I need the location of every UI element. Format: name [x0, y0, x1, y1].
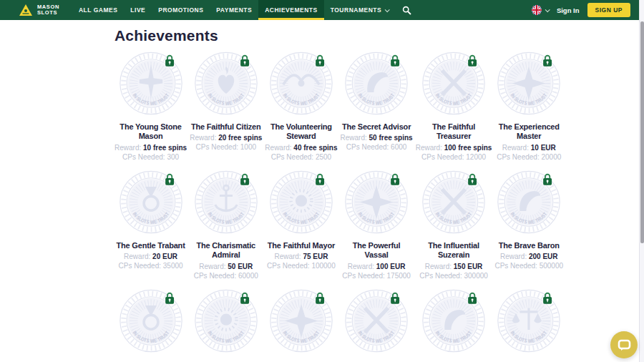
achievement-card: IN SLOTS WE TRUST The Powerful Vassal Re…: [339, 169, 414, 288]
sign-in-link[interactable]: Sign In: [557, 6, 580, 14]
achievement-reward: Reward: 10 free spins: [114, 144, 187, 152]
achievement-badge: IN SLOTS WE TRUST: [269, 50, 333, 117]
lock-icon: [240, 173, 250, 185]
achievement-reward: Reward: 50 free spins: [341, 134, 413, 142]
achievement-card: IN SLOTS WE TRUST The Influential Suzera…: [414, 169, 494, 288]
achievement-title: The Charismatic Admiral: [190, 241, 262, 260]
lock-icon: [542, 54, 552, 67]
achievement-card: IN SLOTS WE TRUST The Faithful Citizen R…: [188, 50, 263, 169]
achievement-title: The Faithful Mayor: [265, 241, 337, 250]
achievement-reward: Reward: 40 free spins: [265, 144, 337, 152]
achievement-badge: IN SLOTS WE TRUST: [497, 288, 561, 354]
achievement-badge: IN SLOTS WE TRUST: [269, 169, 333, 235]
achievement-badge: IN SLOTS WE TRUST: [497, 50, 561, 117]
achievement-badge: IN SLOTS WE TRUST: [421, 50, 486, 117]
chat-bubble-icon: [618, 339, 631, 351]
nav-achievements[interactable]: ACHIEVEMENTS: [258, 0, 324, 20]
achievement-card: IN SLOTS WE TRUST The Charismatic Admira…: [188, 169, 263, 288]
achievement-card: IN SLOTS WE TRUST The Gentle Trabant Rew…: [113, 169, 188, 288]
achievement-reward: Reward: 100 free spins: [416, 144, 492, 152]
achievement-card: IN SLOTS WE TRUST The Brave Baron Reward…: [493, 169, 565, 288]
lock-icon: [542, 292, 552, 304]
achievement-badge: IN SLOTS WE TRUST: [119, 288, 183, 354]
achievement-reward: Reward: 200 EUR: [494, 253, 563, 260]
achievement-card: IN SLOTS WE TRUST The Experienced Master…: [493, 50, 565, 169]
achievement-badge: IN SLOTS WE TRUST: [194, 50, 258, 117]
scrollbar-thumb[interactable]: [640, 21, 644, 243]
achievement-title: The Young Stone Mason: [114, 122, 187, 142]
chevron-down-icon: [545, 7, 550, 12]
lock-icon: [315, 54, 325, 67]
nav-tournaments[interactable]: TOURNAMENTS: [324, 0, 395, 20]
lock-icon: [542, 173, 552, 185]
achievement-title: The Experienced Master: [494, 122, 563, 142]
search-button[interactable]: [395, 0, 419, 20]
lock-icon: [467, 292, 477, 304]
achievement-badge: IN SLOTS WE TRUST: [119, 169, 183, 235]
achievement-card: IN SLOTS WE TRUST The Faithful Mayor Rew…: [263, 169, 338, 288]
live-chat-button[interactable]: [610, 331, 638, 358]
achievement-card: IN SLOTS WE TRUST The Young Stone Mason …: [113, 50, 188, 169]
achievement-card: IN SLOTS WE TRUST: [113, 288, 188, 362]
nav-live[interactable]: LIVE: [124, 0, 152, 20]
top-nav: MASON SLOTS ALL GAMES LIVE PROMOTIONS PA…: [0, 0, 639, 20]
achievement-badge: IN SLOTS WE TRUST: [194, 169, 258, 235]
brand-name: MASON SLOTS: [37, 4, 59, 16]
achievement-title: The Volunteering Steward: [265, 122, 337, 142]
lock-icon: [390, 54, 400, 67]
achievement-card: IN SLOTS WE TRUST: [414, 288, 494, 362]
lock-icon: [165, 292, 175, 304]
lock-icon: [165, 54, 175, 67]
achievement-cps: CPs Needed: 6000: [341, 143, 413, 151]
achievement-title: The Faithful Citizen: [190, 122, 262, 132]
top-right-controls: Sign In SIGN UP: [532, 0, 639, 20]
search-icon: [402, 6, 411, 15]
achievement-card: IN SLOTS WE TRUST The Faithful Treasurer…: [414, 50, 494, 169]
achievement-card: IN SLOTS WE TRUST: [188, 288, 263, 362]
nav-payments[interactable]: PAYMENTS: [210, 0, 258, 20]
achievement-cps: CPs Needed: 300: [114, 153, 187, 161]
lock-icon: [315, 292, 325, 304]
achievement-cps: CPs Needed: 1000: [190, 143, 262, 151]
achievement-badge: IN SLOTS WE TRUST: [421, 169, 486, 235]
main-nav: ALL GAMES LIVE PROMOTIONS PAYMENTS ACHIE…: [72, 0, 419, 20]
achievement-cps: CPs Needed: 35000: [114, 262, 187, 270]
achievement-badge: IN SLOTS WE TRUST: [421, 288, 486, 354]
achievement-badge: IN SLOTS WE TRUST: [344, 169, 409, 235]
achievements-page: Achievements IN SLOTS WE TRUST The Young…: [113, 27, 531, 362]
achievement-title: The Influential Suzerain: [416, 241, 492, 260]
achievement-card: IN SLOTS WE TRUST: [493, 288, 565, 362]
page-title: Achievements: [114, 27, 531, 44]
achievement-reward: Reward: 75 EUR: [265, 253, 337, 260]
achievement-cps: CPs Needed: 100000: [265, 262, 337, 270]
achievement-badge: IN SLOTS WE TRUST: [119, 50, 183, 117]
brand-logo[interactable]: MASON SLOTS: [19, 0, 59, 20]
lock-icon: [315, 173, 325, 185]
achievements-grid: IN SLOTS WE TRUST The Young Stone Mason …: [113, 50, 531, 362]
achievement-reward: Reward: 10 EUR: [494, 144, 563, 152]
nav-all-games[interactable]: ALL GAMES: [72, 0, 124, 20]
achievement-reward: Reward: 50 EUR: [190, 263, 262, 270]
lock-icon: [390, 173, 400, 185]
lock-icon: [390, 292, 400, 304]
chevron-down-icon: [385, 7, 390, 12]
achievement-cps: CPs Needed: 300000: [416, 272, 492, 280]
achievement-badge: IN SLOTS WE TRUST: [269, 288, 333, 354]
achievement-cps: CPs Needed: 12000: [416, 153, 492, 161]
language-selector[interactable]: [532, 5, 549, 15]
scrollbar-track[interactable]: [639, 0, 644, 362]
achievement-title: The Gentle Trabant: [114, 241, 187, 250]
achievement-badge: IN SLOTS WE TRUST: [344, 288, 409, 354]
achievement-title: The Powerful Vassal: [341, 241, 413, 260]
nav-promotions[interactable]: PROMOTIONS: [152, 0, 210, 20]
sign-up-button[interactable]: SIGN UP: [587, 3, 630, 17]
achievement-title: The Brave Baron: [494, 241, 563, 250]
achievement-cps: CPs Needed: 20000: [494, 153, 563, 161]
achievement-cps: CPs Needed: 500000: [494, 262, 563, 270]
achievement-badge: IN SLOTS WE TRUST: [344, 50, 409, 117]
lock-icon: [467, 173, 477, 185]
lock-icon: [240, 292, 250, 304]
lock-icon: [467, 54, 477, 67]
achievement-reward: Reward: 20 EUR: [114, 253, 187, 260]
achievement-cps: CPs Needed: 2500: [265, 153, 337, 161]
